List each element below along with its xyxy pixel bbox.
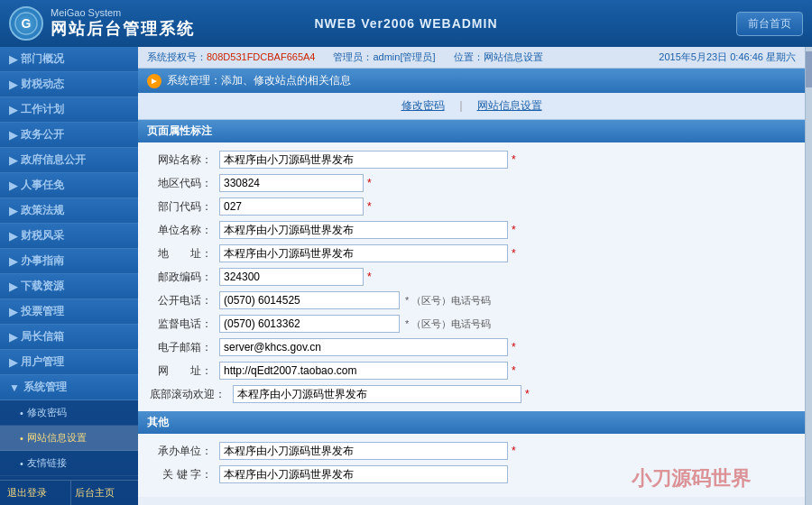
auth-value: 808D531FDCBAF665A4 <box>207 51 315 62</box>
section-header: ► 系统管理：添加、修改站点的相关信息 <box>138 69 805 93</box>
logo-icon: G <box>9 6 43 41</box>
sidebar-item-changepwd[interactable]: • 修改密码 <box>0 400 138 426</box>
form-section1-title: 页面属性标注 <box>138 120 805 142</box>
admin-label: 管理员：admin[管理员] <box>333 50 435 64</box>
form-row-zip: 邮政编码： * <box>138 265 805 289</box>
header: G MeiGao System 网站后台管理系统 NWEB Ver2006 WE… <box>0 0 812 47</box>
main-layout: ▶ 部门概况 ▶ 财税动态 ▶ 工作计划 ▶ 政务公开 ▶ 政府信息公开 ▶ 人… <box>0 47 812 505</box>
scrollbar-thumb[interactable] <box>806 51 812 87</box>
scrollbar-track <box>805 47 812 505</box>
required-sponsor: * <box>512 445 516 457</box>
required-zip: * <box>367 271 372 283</box>
required-sitename: * <box>512 153 516 166</box>
input-zip[interactable] <box>219 268 364 286</box>
label-email: 电子邮箱： <box>147 340 219 355</box>
label-sitename: 网站名称： <box>147 152 219 168</box>
sidebar-item-work[interactable]: ▶ 工作计划 <box>0 97 138 123</box>
form-section2-table: 小刀源码世界 承办单位： * 关 键 字： <box>138 434 805 497</box>
label-zip: 邮政编码： <box>147 270 219 285</box>
section-header-text: 系统管理：添加、修改站点的相关信息 <box>167 73 351 88</box>
form-row-phone: 公开电话： * （区号）电话号码 <box>138 289 805 312</box>
tab-changepwd[interactable]: 修改密码 <box>391 98 456 114</box>
input-unitname[interactable] <box>219 221 508 239</box>
input-supervision[interactable] <box>219 315 400 333</box>
logout-button[interactable]: 退出登录 <box>0 481 70 505</box>
input-phone[interactable] <box>219 291 400 309</box>
input-keywords[interactable] <box>219 465 508 483</box>
input-deptcode[interactable] <box>219 197 364 216</box>
tab-siteinfo[interactable]: 网站信息设置 <box>466 98 553 114</box>
logo: G MeiGao System 网站后台管理系统 <box>9 6 195 41</box>
form-row-keywords: 关 键 字： <box>138 463 805 486</box>
label-phone: 公开电话： <box>147 293 219 308</box>
form-section1-table: 网站名称： * 地区代码： * 部门代码： * 单位名称： <box>138 142 805 411</box>
sidebar-item-tax[interactable]: ▶ 财税动态 <box>0 72 138 97</box>
required-address: * <box>512 247 516 260</box>
sidebar-item-siteinfo[interactable]: • 网站信息设置 <box>0 426 138 451</box>
form-row-areacode: 地区代码： * <box>138 171 805 195</box>
svg-text:G: G <box>22 16 32 31</box>
title-top: MeiGao System <box>51 7 195 18</box>
note-supervision: * （区号）电话号码 <box>405 317 491 331</box>
input-sponsor[interactable] <box>219 442 508 460</box>
input-email[interactable] <box>219 338 508 356</box>
label-unitname: 单位名称： <box>147 223 219 238</box>
label-sponsor: 承办单位： <box>147 444 219 459</box>
input-sitename[interactable] <box>219 151 508 169</box>
form-row-email: 电子邮箱： * <box>138 335 805 359</box>
sidebar-item-links[interactable]: • 友情链接 <box>0 451 138 476</box>
sidebar-item-style[interactable]: ▶ 财税风采 <box>0 224 138 249</box>
title-main: 网站后台管理系统 <box>51 18 195 40</box>
section-icon: ► <box>147 74 161 88</box>
datetime: 2015年5月23日 0:46:46 星期六 <box>659 50 796 64</box>
required-areacode: * <box>367 177 372 189</box>
info-bar: 系统授权号：808D531FDCBAF665A4 管理员：admin[管理员] … <box>138 47 805 69</box>
sidebar-item-gov[interactable]: ▶ 政务公开 <box>0 123 138 148</box>
form-row-supervision: 监督电话： * （区号）电话号码 <box>138 312 805 335</box>
label-supervision: 监督电话： <box>147 317 219 332</box>
label-deptcode: 部门代码： <box>147 199 219 215</box>
sidebar-item-user[interactable]: ▶ 用户管理 <box>0 350 138 375</box>
tab-separator: ｜ <box>456 98 466 114</box>
sidebar-item-vote[interactable]: ▶ 投票管理 <box>0 299 138 325</box>
form-row-scroll: 底部滚动欢迎： * <box>138 382 805 406</box>
sidebar-item-mailbox[interactable]: ▶ 局长信箱 <box>0 325 138 350</box>
location-value: 网站信息设置 <box>484 51 543 62</box>
sidebar-item-download[interactable]: ▶ 下载资源 <box>0 274 138 299</box>
note-phone: * （区号）电话号码 <box>405 294 491 308</box>
label-keywords: 关 键 字： <box>147 467 219 482</box>
sidebar-item-guide[interactable]: ▶ 办事指南 <box>0 249 138 274</box>
input-scroll[interactable] <box>233 385 521 403</box>
tab-bar: 修改密码 ｜ 网站信息设置 <box>138 93 805 120</box>
input-areacode[interactable] <box>219 174 364 192</box>
label-scroll: 底部滚动欢迎： <box>147 387 233 402</box>
form-row-sponsor: 承办单位： * <box>138 439 805 463</box>
sidebar-item-policy[interactable]: ▶ 政策法规 <box>0 198 138 224</box>
title-block: MeiGao System 网站后台管理系统 <box>51 7 195 40</box>
required-deptcode: * <box>367 200 372 213</box>
required-unitname: * <box>512 224 516 236</box>
admin-value: admin[管理员] <box>373 51 435 62</box>
form-content: 页面属性标注 网站名称： * 地区代码： * 部门代码： * <box>138 120 805 505</box>
home-button[interactable]: 后台主页 <box>71 481 138 505</box>
label-address: 地 址： <box>147 246 219 262</box>
form-row-unitname: 单位名称： * <box>138 218 805 242</box>
required-url: * <box>512 364 516 377</box>
front-page-button[interactable]: 前台首页 <box>736 12 803 36</box>
form-row-sitename: 网站名称： * <box>138 148 805 171</box>
form-row-address: 地 址： * <box>138 242 805 265</box>
form-row-url: 网 址： * <box>138 359 805 382</box>
sidebar-item-system[interactable]: ▼ 系统管理 <box>0 375 138 400</box>
location-label: 位置：网站信息设置 <box>454 50 543 64</box>
form-row-deptcode: 部门代码： * <box>138 195 805 218</box>
sidebar-item-personnel[interactable]: ▶ 人事任免 <box>0 173 138 198</box>
center-title: NWEB Ver2006 WEBADMIN <box>314 16 497 31</box>
input-url[interactable] <box>219 362 508 380</box>
label-areacode: 地区代码： <box>147 176 219 191</box>
sidebar-item-department[interactable]: ▶ 部门概况 <box>0 47 138 72</box>
sidebar: ▶ 部门概况 ▶ 财税动态 ▶ 工作计划 ▶ 政务公开 ▶ 政府信息公开 ▶ 人… <box>0 47 138 505</box>
auth-label: 系统授权号：808D531FDCBAF665A4 <box>147 50 315 64</box>
input-address[interactable] <box>219 244 508 262</box>
sidebar-item-govinfo[interactable]: ▶ 政府信息公开 <box>0 148 138 173</box>
required-scroll: * <box>525 388 530 400</box>
